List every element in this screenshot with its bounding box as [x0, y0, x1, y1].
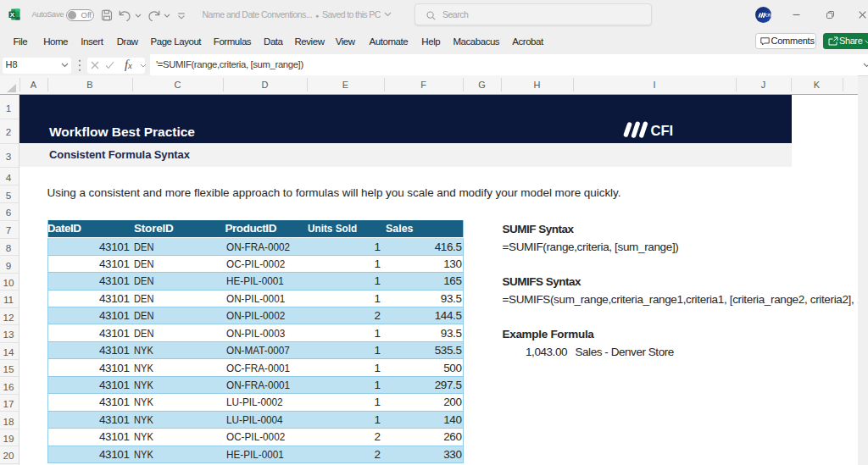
svg-text:X: X	[10, 11, 15, 19]
svg-text:CFI: CFI	[651, 123, 674, 138]
